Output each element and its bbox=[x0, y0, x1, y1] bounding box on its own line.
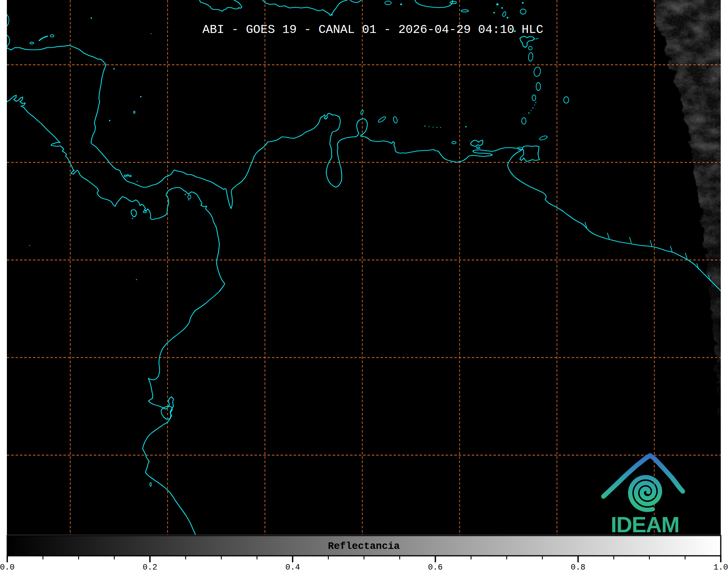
svg-text:0.0: 0.0 bbox=[0, 563, 14, 571]
svg-text:0.4: 0.4 bbox=[285, 563, 300, 571]
svg-text:1.0: 1.0 bbox=[714, 563, 728, 571]
svg-text:Reflectancia: Reflectancia bbox=[328, 541, 400, 552]
svg-text:IDEAM: IDEAM bbox=[611, 512, 679, 537]
svg-text:0.8: 0.8 bbox=[571, 563, 586, 571]
svg-text:0.6: 0.6 bbox=[428, 563, 443, 571]
svg-text:ABI - GOES 19 - CANAL 01 - 202: ABI - GOES 19 - CANAL 01 - 2026-04-29 04… bbox=[202, 23, 543, 37]
svg-text:0.2: 0.2 bbox=[143, 563, 157, 571]
